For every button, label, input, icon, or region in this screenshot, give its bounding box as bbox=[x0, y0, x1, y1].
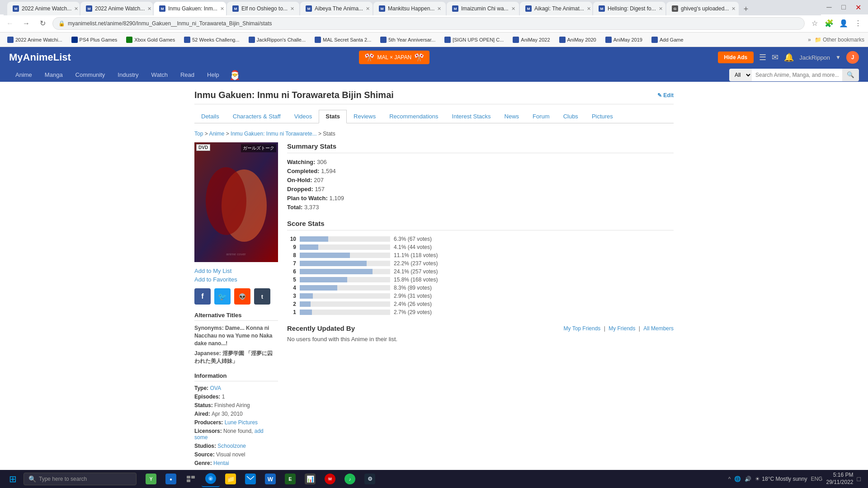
tab-9[interactable]: M Hellsing: Digest fo... ✕ bbox=[593, 2, 665, 15]
all-members-link[interactable]: All Members bbox=[643, 325, 674, 332]
user-dropdown-icon[interactable]: ▼ bbox=[835, 54, 841, 61]
bookmark-11[interactable]: AniMay 2019 bbox=[602, 36, 646, 44]
tab-close-1[interactable]: ✕ bbox=[74, 6, 78, 12]
taskbar-explorer[interactable]: 📁 bbox=[222, 471, 240, 473]
nav-industry[interactable]: Industry bbox=[111, 68, 145, 82]
taskbar-mail[interactable] bbox=[241, 471, 259, 473]
tab-characters-staff[interactable]: Characters & Staff bbox=[226, 110, 288, 123]
tab-close-9[interactable]: ✕ bbox=[659, 6, 663, 12]
tab-close-3[interactable]: ✕ bbox=[220, 6, 224, 12]
start-button[interactable]: ⊞ bbox=[4, 472, 22, 473]
tab-10[interactable]: G ghiveg's uploaded... ✕ bbox=[666, 2, 739, 15]
back-button[interactable]: ← bbox=[4, 17, 16, 30]
facebook-button[interactable]: f bbox=[194, 288, 211, 305]
minimize-button[interactable]: ─ bbox=[823, 1, 835, 14]
taskbar-steam[interactable]: ⚙ bbox=[361, 471, 379, 473]
tab-pictures[interactable]: Pictures bbox=[585, 110, 620, 123]
hide-ads-button[interactable]: Hide Ads bbox=[718, 52, 754, 63]
nav-community[interactable]: Community bbox=[69, 68, 112, 82]
tab-forum[interactable]: Forum bbox=[526, 110, 557, 123]
tab-news[interactable]: News bbox=[498, 110, 526, 123]
tab-8[interactable]: M Aikagi: The Animat... ✕ bbox=[520, 2, 592, 15]
breadcrumb-top[interactable]: Top bbox=[194, 131, 203, 137]
bookmark-6[interactable]: MAL Secret Santa 2... bbox=[311, 36, 375, 44]
new-tab-button[interactable]: + bbox=[740, 3, 752, 15]
tab-close-2[interactable]: ✕ bbox=[147, 6, 151, 12]
edit-link[interactable]: ✎ Edit bbox=[657, 92, 674, 99]
extensions-button[interactable]: 🧩 bbox=[823, 17, 835, 30]
taskbar-calc[interactable]: 📊 bbox=[301, 471, 319, 473]
genre-link[interactable]: Hentai bbox=[213, 460, 229, 466]
tab-recommendations[interactable]: Recommendations bbox=[382, 110, 445, 123]
tab-reviews[interactable]: Reviews bbox=[347, 110, 382, 123]
taskbar-edge[interactable]: e bbox=[202, 471, 220, 473]
tab-interest-stacks[interactable]: Interest Stacks bbox=[445, 110, 498, 123]
profile-button[interactable]: 👤 bbox=[837, 17, 850, 30]
tab-videos[interactable]: Videos bbox=[288, 110, 319, 123]
bookmark-button[interactable]: ☆ bbox=[808, 17, 821, 30]
tab-6[interactable]: M Mankitsu Happen... ✕ bbox=[373, 2, 446, 15]
username-label[interactable]: JackRippon bbox=[799, 54, 830, 61]
notification-bell-icon[interactable]: ✉ bbox=[772, 52, 778, 62]
add-to-favorites-link[interactable]: Add to Favorites bbox=[194, 275, 278, 284]
taskbar-office365[interactable]: M bbox=[321, 471, 339, 473]
reddit-button[interactable]: 👽 bbox=[234, 288, 250, 305]
bookmark-12[interactable]: Add Game bbox=[648, 36, 687, 44]
bookmarks-more[interactable]: » bbox=[808, 37, 811, 43]
my-friends-link[interactable]: My Friends bbox=[609, 325, 635, 332]
reload-button[interactable]: ↻ bbox=[36, 17, 49, 30]
alert-bell-icon[interactable]: 🔔 bbox=[784, 52, 794, 62]
nav-manga[interactable]: Manga bbox=[38, 68, 69, 82]
taskbar-spotify[interactable]: ♪ bbox=[341, 471, 359, 473]
bookmark-2[interactable]: PS4 Plus Games bbox=[68, 36, 121, 44]
tab-close-4[interactable]: ✕ bbox=[290, 6, 294, 12]
taskbar-excel[interactable]: E bbox=[281, 471, 299, 473]
time-widget[interactable]: 5:16 PM 29/11/2022 bbox=[826, 472, 853, 473]
nav-watch[interactable]: Watch bbox=[145, 68, 174, 82]
taskbar-cortana[interactable]: Y bbox=[142, 471, 160, 473]
tab-2[interactable]: M 2022 Anime Watch... ✕ bbox=[80, 2, 153, 15]
search-scope-select[interactable]: All bbox=[729, 69, 752, 81]
address-bar[interactable]: 🔒 myanimelist.net/anime/8290/Inmu_Gakuen… bbox=[52, 17, 805, 30]
my-top-friends-link[interactable]: My Top Friends bbox=[564, 325, 601, 332]
tab-details[interactable]: Details bbox=[194, 110, 226, 123]
bookmark-8[interactable]: [SIGN UPS OPEN] C... bbox=[441, 36, 507, 44]
bookmark-3[interactable]: Xbox Gold Games bbox=[123, 36, 179, 44]
bookmark-9[interactable]: AniMay 2022 bbox=[509, 36, 553, 44]
tab-clubs[interactable]: Clubs bbox=[557, 110, 585, 123]
type-link[interactable]: OVA bbox=[210, 385, 221, 391]
tab-5[interactable]: M Aibeya The Anima... ✕ bbox=[300, 2, 373, 15]
tab-close-6[interactable]: ✕ bbox=[437, 6, 441, 12]
breadcrumb-series[interactable]: Inmu Gakuen: Inmu ni Torawarete... bbox=[231, 131, 317, 137]
tab-close-10[interactable]: ✕ bbox=[731, 6, 736, 12]
maximize-button[interactable]: □ bbox=[837, 1, 850, 14]
search-button[interactable]: 🔍 bbox=[842, 69, 859, 81]
tab-close-5[interactable]: ✕ bbox=[366, 6, 370, 12]
tab-close-8[interactable]: ✕ bbox=[587, 6, 591, 12]
nav-help[interactable]: Help bbox=[201, 68, 226, 82]
tab-stats[interactable]: Stats bbox=[319, 110, 347, 123]
breadcrumb-anime[interactable]: Anime bbox=[209, 131, 224, 137]
user-avatar[interactable]: J bbox=[846, 51, 859, 64]
nav-anime[interactable]: Anime bbox=[9, 68, 38, 82]
tab-3[interactable]: M Inmu Gakuen: Inm... ✕ bbox=[154, 2, 226, 15]
twitter-button[interactable]: 🐦 bbox=[214, 288, 231, 305]
search-input[interactable] bbox=[752, 69, 842, 81]
add-to-list-link[interactable]: Add to My List bbox=[194, 267, 278, 275]
producers-link[interactable]: Lune Pictures bbox=[225, 419, 258, 426]
tab-close-7[interactable]: ✕ bbox=[511, 6, 515, 12]
forward-button[interactable]: → bbox=[20, 17, 33, 30]
close-button[interactable]: ✕ bbox=[852, 1, 864, 14]
tumblr-button[interactable]: t bbox=[254, 288, 270, 305]
bookmark-4[interactable]: 52 Weeks Challeng... bbox=[180, 36, 243, 44]
bookmarks-folder[interactable]: 📁 Other bookmarks bbox=[815, 37, 864, 43]
tab-4[interactable]: M Elf no Oshiego to... ✕ bbox=[227, 2, 299, 15]
taskbar-search-bar[interactable]: 🔍 Type here to search bbox=[24, 473, 137, 473]
bookmark-10[interactable]: AniMay 2020 bbox=[556, 36, 600, 44]
bookmark-7[interactable]: 5th Year Anniversar... bbox=[377, 36, 439, 44]
bookmark-5[interactable]: JackRippon's Challe... bbox=[245, 36, 310, 44]
taskbar-taskview[interactable] bbox=[182, 471, 200, 473]
list-icon[interactable]: ☰ bbox=[759, 52, 766, 62]
studios-link[interactable]: Schoolzone bbox=[217, 443, 246, 449]
tab-7[interactable]: M Imaizumin Chi wa... ✕ bbox=[447, 2, 519, 15]
